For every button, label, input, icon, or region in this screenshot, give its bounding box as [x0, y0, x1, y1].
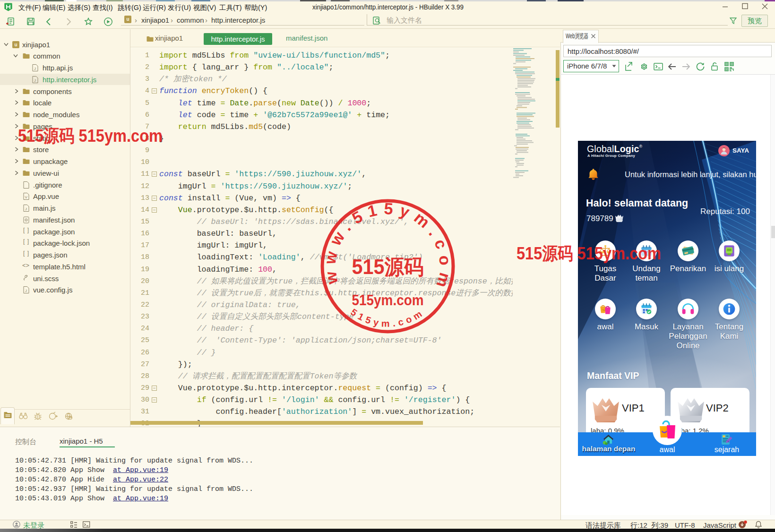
svg-text:J: J: [25, 207, 27, 211]
svg-text:V: V: [25, 195, 28, 199]
svg-text:515源码 515ym.com: 515源码 515ym.com: [517, 244, 661, 263]
svg-text:Web浏览器: Web浏览器: [566, 32, 588, 40]
svg-text:J: J: [25, 289, 27, 293]
svg-text:xinjiapo1/common/http.intercep: xinjiapo1/common/http.interceptor.js - H…: [312, 3, 464, 11]
svg-text:515源码 515ym.com: 515源码 515ym.com: [18, 126, 163, 146]
svg-text:J: J: [34, 67, 36, 71]
svg-text:J: J: [34, 78, 36, 82]
